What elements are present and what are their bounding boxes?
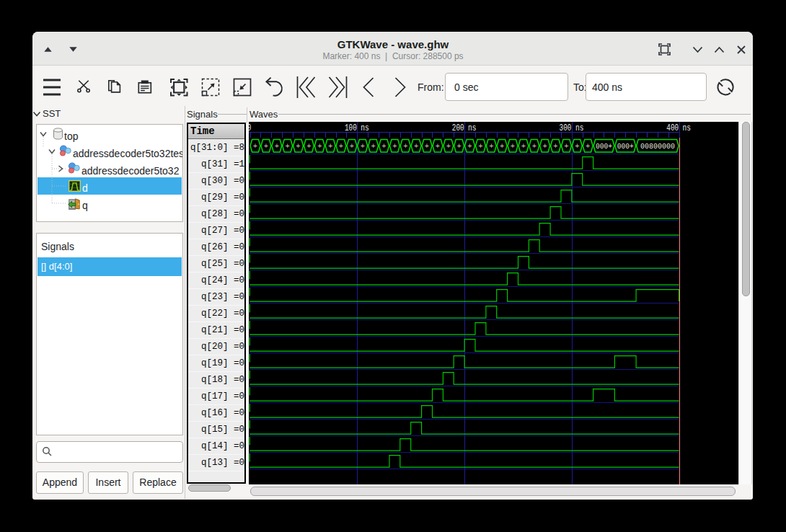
svg-text:100: 100 <box>345 123 357 133</box>
svg-text:00800000: 00800000 <box>640 141 675 151</box>
svg-text:0: 0 <box>249 123 251 133</box>
svg-text:+: + <box>350 142 354 151</box>
svg-text:+: + <box>500 142 504 151</box>
svg-text:+: + <box>361 142 365 151</box>
svg-text:+: + <box>306 142 311 151</box>
svg-text:+: + <box>457 142 462 151</box>
svg-text:+: + <box>286 142 290 151</box>
svg-text:+: + <box>586 142 590 151</box>
svg-text:+: + <box>564 142 568 151</box>
svg-text:+: + <box>328 142 332 151</box>
svg-text:ns: ns <box>361 123 369 133</box>
svg-text:000+: 000+ <box>617 141 634 151</box>
svg-text:+: + <box>446 142 451 151</box>
svg-text:+: + <box>543 142 547 151</box>
svg-text:+: + <box>532 142 536 151</box>
svg-text:200: 200 <box>452 123 464 133</box>
svg-text:000+: 000+ <box>596 141 612 151</box>
svg-text:+: + <box>553 142 557 151</box>
svg-text:+: + <box>275 142 279 151</box>
svg-text:+: + <box>296 142 300 151</box>
svg-text:+: + <box>253 142 257 151</box>
svg-text:300: 300 <box>560 123 572 133</box>
svg-text:+: + <box>339 142 343 151</box>
svg-text:+: + <box>511 142 515 151</box>
svg-text:+: + <box>264 142 268 151</box>
svg-text:+: + <box>436 142 440 151</box>
svg-text:400: 400 <box>666 123 679 133</box>
svg-text:+: + <box>425 142 429 151</box>
svg-text:+: + <box>403 142 407 151</box>
svg-text:ns: ns <box>683 123 692 133</box>
svg-text:+: + <box>521 142 526 151</box>
svg-text:+: + <box>478 142 482 151</box>
svg-text:+: + <box>371 142 376 151</box>
svg-text:ns: ns <box>468 123 477 133</box>
svg-text:+: + <box>489 142 493 151</box>
svg-text:+: + <box>414 142 418 151</box>
svg-text:+: + <box>467 142 472 151</box>
svg-text:+: + <box>317 142 322 151</box>
svg-text:+: + <box>392 142 397 151</box>
svg-text:+: + <box>575 142 579 151</box>
svg-text:ns: ns <box>575 123 584 133</box>
svg-text:+: + <box>381 142 386 151</box>
